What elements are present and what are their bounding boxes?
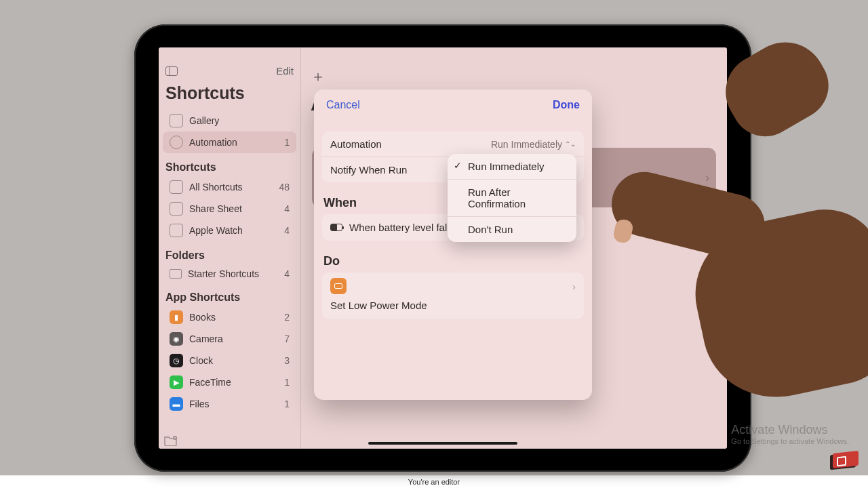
sidebar-item-count: 3 bbox=[284, 355, 290, 366]
books-icon: ▮ bbox=[170, 310, 183, 324]
sidebar-item-label: FaceTime bbox=[189, 377, 231, 388]
edit-button[interactable]: Edit bbox=[276, 65, 294, 77]
sidebar-item-count: 4 bbox=[284, 225, 290, 236]
folder-icon bbox=[170, 269, 182, 279]
option-label: Run Immediately bbox=[468, 161, 545, 172]
sidebar-item-label: Gallery bbox=[189, 115, 219, 126]
option-label: Don't Run bbox=[468, 224, 513, 235]
watermark-sub: Go to Settings to activate Windows. bbox=[731, 437, 849, 445]
sidebar: Edit Shortcuts Gallery Automation 1 Shor… bbox=[159, 47, 301, 449]
sidebar-item-count: 1 bbox=[284, 399, 290, 409]
do-action[interactable]: › Set Low Power Mode bbox=[322, 272, 584, 319]
sidebar-item-count: 4 bbox=[284, 268, 290, 279]
files-icon: ▬ bbox=[170, 397, 183, 411]
sidebar-item-starter[interactable]: Starter Shortcuts 4 bbox=[163, 264, 296, 283]
sidebar-item-count: 1 bbox=[284, 137, 290, 148]
ipad-device: 11:58 Wed 3 Jul ••• 47% Edit S bbox=[134, 24, 751, 472]
sidebar-item-label: Share Sheet bbox=[189, 203, 242, 214]
footer-text: You're an editor bbox=[408, 478, 460, 486]
home-indicator[interactable] bbox=[368, 442, 517, 445]
sidebar-item-books[interactable]: ▮ Books 2 bbox=[163, 306, 296, 328]
clock-icon: ◷ bbox=[170, 354, 183, 367]
sidebar-item-label: Camera bbox=[189, 333, 223, 344]
battery-icon bbox=[330, 224, 342, 231]
option-run-immediately[interactable]: Run Immediately bbox=[448, 154, 576, 179]
camera-icon: ◉ bbox=[170, 332, 183, 346]
sidebar-item-count: 4 bbox=[284, 203, 290, 214]
section-shortcuts: Shortcuts bbox=[159, 153, 300, 176]
automation-edit-modal: Cancel Done Automation Run Immediately ⌃… bbox=[314, 89, 592, 400]
row-automation-mode[interactable]: Automation Run Immediately ⌃⌄ bbox=[322, 131, 584, 157]
sidebar-item-all[interactable]: All Shortcuts 48 bbox=[163, 176, 296, 198]
sidebar-item-watch[interactable]: Apple Watch 4 bbox=[163, 220, 296, 241]
ipad-screen: 11:58 Wed 3 Jul ••• 47% Edit S bbox=[159, 47, 727, 449]
run-mode-popover: Run Immediately Run After Confirmation D… bbox=[448, 154, 576, 242]
sidebar-item-clock[interactable]: ◷ Clock 3 bbox=[163, 350, 296, 371]
sidebar-item-count: 2 bbox=[284, 312, 290, 323]
photo-background: 11:58 Wed 3 Jul ••• 47% Edit S bbox=[0, 0, 868, 475]
section-folders: Folders bbox=[159, 241, 300, 264]
facetime-icon: ▶ bbox=[170, 375, 183, 389]
sidebar-toggle-icon[interactable] bbox=[165, 66, 178, 76]
low-power-icon bbox=[330, 278, 347, 294]
sidebar-item-label: Clock bbox=[189, 355, 213, 366]
updown-icon: ⌃⌄ bbox=[565, 140, 576, 148]
row-label: Automation bbox=[330, 138, 382, 150]
row-label: Notify When Run bbox=[330, 164, 407, 176]
sidebar-title: Shortcuts bbox=[159, 81, 300, 110]
cancel-button[interactable]: Cancel bbox=[326, 99, 360, 111]
sidebar-item-files[interactable]: ▬ Files 1 bbox=[163, 393, 296, 415]
option-dont-run[interactable]: Don't Run bbox=[448, 216, 576, 242]
option-label: Run After Confirmation bbox=[468, 186, 526, 209]
sidebar-item-label: Books bbox=[189, 312, 216, 323]
new-folder-icon[interactable] bbox=[164, 435, 178, 446]
all-icon bbox=[170, 180, 183, 194]
watermark-title: Activate Windows bbox=[731, 423, 849, 437]
sidebar-item-camera[interactable]: ◉ Camera 7 bbox=[163, 328, 296, 350]
sidebar-item-automation[interactable]: Automation 1 bbox=[163, 131, 296, 153]
sidebar-item-label: Automation bbox=[189, 137, 237, 148]
automation-icon bbox=[170, 136, 183, 149]
windows-watermark: Activate Windows Go to Settings to activ… bbox=[731, 423, 849, 445]
option-run-after-confirmation[interactable]: Run After Confirmation bbox=[448, 179, 576, 216]
sidebar-item-label: All Shortcuts bbox=[189, 182, 243, 192]
watch-icon bbox=[170, 224, 183, 237]
chevron-right-icon: › bbox=[572, 281, 576, 292]
sidebar-item-label: Starter Shortcuts bbox=[188, 268, 259, 279]
sidebar-item-facetime[interactable]: ▶ FaceTime 1 bbox=[163, 371, 296, 393]
sidebar-item-share[interactable]: Share Sheet 4 bbox=[163, 198, 296, 220]
sidebar-item-label: Files bbox=[189, 399, 210, 409]
sidebar-item-count: 1 bbox=[284, 377, 290, 388]
sidebar-item-label: Apple Watch bbox=[189, 225, 243, 236]
chevron-right-icon: › bbox=[705, 171, 709, 185]
row-value: Run Immediately bbox=[491, 139, 562, 150]
add-button[interactable]: ＋ bbox=[311, 66, 326, 87]
corner-badge bbox=[833, 451, 859, 468]
section-app-shortcuts: App Shortcuts bbox=[159, 283, 300, 306]
do-text: Set Low Power Mode bbox=[330, 294, 576, 311]
section-do: Do bbox=[314, 241, 592, 272]
sidebar-item-count: 7 bbox=[284, 333, 290, 344]
sidebar-item-count: 48 bbox=[279, 182, 290, 192]
done-button[interactable]: Done bbox=[553, 99, 580, 111]
footer-bar: You're an editor bbox=[0, 475, 868, 488]
share-icon bbox=[170, 202, 183, 216]
sidebar-item-gallery[interactable]: Gallery bbox=[163, 110, 296, 131]
gallery-icon bbox=[170, 114, 183, 127]
